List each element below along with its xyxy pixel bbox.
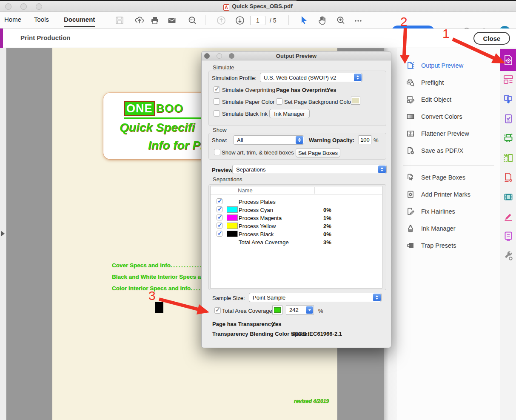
save-icon[interactable] [114,15,125,26]
convert-colors-icon [406,112,415,121]
pdf-spec-line3: Color Interior Specs and Info........ [112,285,212,291]
page-has-transparency-label: Page has Transparency: [212,321,276,327]
plate-checkbox[interactable] [217,231,222,237]
save-as-pdfx-icon [406,146,415,155]
page-has-transparency-value: Yes [272,321,281,327]
zoom-in-icon[interactable] [336,15,346,26]
email-icon[interactable] [167,15,177,26]
name-column-header: Name [238,187,253,194]
tab-home[interactable]: Home [4,16,21,23]
output-preview-dialog: Output Preview Simulate Simulation Profi… [201,51,391,348]
ink-manager-button[interactable]: Ink Manager [269,109,310,118]
tab-tools[interactable]: Tools [34,16,49,23]
enhance-scans-tool-icon[interactable] [503,133,513,143]
plate-checkbox[interactable] [217,223,222,229]
select-stepper-icon [296,136,303,144]
tab-document[interactable]: Document [64,16,95,27]
previous-page-icon[interactable] [216,15,226,26]
more-tools-icon[interactable] [353,15,363,26]
tac-value-combo[interactable]: 242 [286,306,314,314]
optimize-pdf-tool-icon[interactable] [503,153,513,163]
print-production-panel: Output Preview Preflight Edit Object Con… [397,48,500,420]
panel-item-ink-manager[interactable]: Ink Manager [397,220,500,237]
hand-tool-icon[interactable] [317,15,328,26]
select-stepper-icon [354,74,362,81]
left-panel-rail[interactable] [0,48,6,420]
search-icon[interactable] [187,15,197,26]
organize-pages-tool-icon[interactable] [503,74,513,85]
pdf-file-icon: A [223,4,229,11]
rich-media-tool-icon[interactable] [503,192,513,202]
show-select[interactable]: All [233,135,304,145]
panel-item-set-page-boxes[interactable]: Set Page Boxes [397,169,500,186]
panel-item-flattener-preview[interactable]: Flattener Preview [397,125,500,142]
panel-item-save-as-pdfx[interactable]: Save as PDF/X [397,142,500,159]
separation-row-process-magenta[interactable]: Process Magenta 1% [211,214,382,222]
print-icon[interactable] [150,15,160,26]
logo-one-block: ONE [124,101,155,116]
separation-row-process-plates[interactable]: Process Plates [211,197,382,206]
sample-size-select[interactable]: Point Sample [249,293,382,302]
print-production-tool-active[interactable] [500,49,516,71]
panel-item-convert-colors[interactable]: Convert Colors [397,108,500,125]
page-background-color-swatch[interactable] [351,97,360,105]
select-tool-icon[interactable] [299,15,309,26]
magenta-swatch [227,214,238,221]
page-has-overprint-value: Yes [327,87,336,93]
send-and-track-tool-icon[interactable] [503,94,513,104]
show-art-trim-bleed-checkbox[interactable] [214,149,220,155]
dialog-title: Output Preview [202,53,391,59]
main-toolbar: Home Tools Document 1 / 5 Share [0,12,516,29]
comment-tool-icon[interactable] [503,231,513,241]
set-page-background-color-checkbox[interactable] [276,98,282,105]
set-page-boxes-button[interactable]: Set Page Boxes [296,148,340,157]
expand-left-panel-icon[interactable] [1,231,5,236]
simulate-black-ink-label: Simulate Black Ink [222,111,268,117]
window-titlebar: AQuick Specs_OBS.pdf [0,1,516,12]
action-wizard-tool-icon[interactable] [503,114,513,124]
panel-item-edit-object[interactable]: Edit Object [397,91,500,108]
simulation-profile-select[interactable]: U.S. Web Coated (SWOP) v2 [260,73,362,82]
preview-select[interactable]: Separations [232,165,387,174]
add-printer-marks-icon [406,190,415,199]
panel-item-fix-hairlines[interactable]: Fix Hairlines [397,203,500,220]
simulate-black-ink-checkbox[interactable] [214,110,220,117]
dialog-titlebar[interactable]: Output Preview [202,51,391,60]
set-page-background-color-label: Set Page Background Color [284,99,353,105]
tac-unit-label: % [318,308,323,314]
yellow-swatch [227,223,238,229]
separation-row-process-black[interactable]: Process Black 0% [211,230,382,238]
total-area-coverage-checkbox[interactable] [214,307,221,314]
panel-item-add-printer-marks[interactable]: Add Printer Marks [397,186,500,203]
tac-color-swatch[interactable] [272,306,282,314]
show-label: Show: [212,137,227,143]
close-toolset-button[interactable]: Close [473,32,510,45]
onebook-logo: ONE BOO [124,101,183,116]
next-page-icon[interactable] [235,15,245,26]
page-number-input[interactable]: 1 [250,16,265,25]
fill-and-sign-tool-icon[interactable] [503,211,513,222]
separations-section-label: Separations [213,176,242,183]
add-tools-icon[interactable] [503,251,513,261]
separation-row-process-cyan[interactable]: Process Cyan 0% [211,206,382,214]
trap-presets-icon [406,241,415,250]
panel-item-output-preview[interactable]: Output Preview [397,57,500,74]
logo-underline [124,117,205,119]
plate-checkbox[interactable] [217,214,222,220]
simulate-paper-color-checkbox[interactable] [214,98,220,105]
set-page-boxes-icon [406,173,415,182]
upload-cloud-icon[interactable] [134,15,145,26]
pdf-logo-card: ONE BOO Quick Specifi Info for Pr [103,93,208,159]
ink-manager-icon [406,224,415,233]
combo-arrow-icon [306,306,313,314]
protect-tool-icon[interactable] [503,172,513,183]
warning-opacity-input[interactable]: 100 [359,135,371,144]
simulate-overprinting-checkbox[interactable] [214,86,220,93]
panel-item-trap-presets[interactable]: Trap Presets [397,237,500,254]
plate-checkbox[interactable] [217,198,222,204]
panel-item-preflight[interactable]: Preflight [397,74,500,91]
plate-checkbox[interactable] [217,206,222,212]
page-count-label: / 5 [270,17,277,24]
pdf-black-swatch [155,302,163,313]
separation-row-process-yellow[interactable]: Process Yellow 2% [211,222,382,230]
